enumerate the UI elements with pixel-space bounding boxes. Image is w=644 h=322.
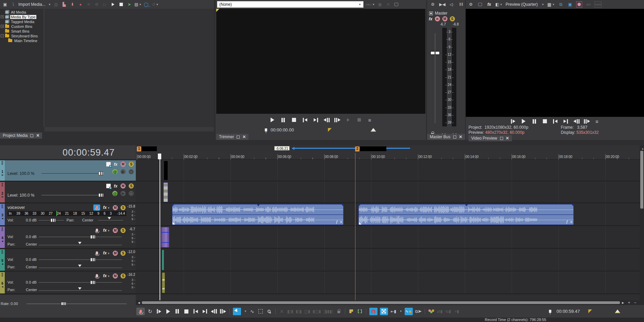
- audio-event-voiceover[interactable]: ƒ≡: [358, 204, 574, 225]
- timeline-timecode-display[interactable]: 00:00:59.47: [62, 147, 115, 158]
- tree-item-smart-bins[interactable]: Smart Bins: [1, 29, 44, 33]
- expander-icon[interactable]: +: [1, 15, 4, 18]
- go-end-button[interactable]: [563, 119, 569, 124]
- track-menu-icon[interactable]: ≡≡: [1, 273, 3, 277]
- video-preview-area[interactable]: [466, 9, 644, 117]
- prev-frame-button[interactable]: [573, 119, 580, 124]
- marker-2[interactable]: 2: [355, 146, 360, 151]
- edit-tool-caret-icon[interactable]: ▼: [244, 310, 247, 313]
- arm-record-button[interactable]: [93, 273, 100, 279]
- track-color-strip[interactable]: ≡≡ 6 ◀: [0, 272, 5, 293]
- track-menu-icon[interactable]: ≡≡: [1, 250, 3, 254]
- pan-slider[interactable]: [98, 220, 123, 220]
- event-menu-icon[interactable]: ≡: [340, 220, 342, 224]
- video-output-fx-icon[interactable]: fx: [486, 1, 492, 7]
- track-color-strip[interactable]: ≡≡ 2 ▤: [0, 182, 5, 202]
- next-frame-button[interactable]: [584, 119, 590, 124]
- trimmer-video-area[interactable]: [216, 9, 425, 114]
- undock-icon[interactable]: [237, 136, 240, 139]
- next-frame-button[interactable]: [220, 309, 226, 314]
- track-motion-icon[interactable]: ◯: [129, 169, 134, 174]
- download-media-icon[interactable]: ⬇: [69, 1, 75, 7]
- cursor-pin-icon[interactable]: [549, 310, 551, 313]
- pan-slider[interactable]: [39, 268, 122, 268]
- vol-value[interactable]: 0.0 dB: [26, 280, 37, 284]
- pan-value[interactable]: Center: [26, 265, 37, 269]
- mute-icon[interactable]: M: [113, 228, 118, 233]
- timeline-hscrollbar[interactable]: ◀ ▶ + −: [136, 300, 640, 305]
- loop-start-icon[interactable]: [328, 128, 332, 132]
- envelope-tool-button[interactable]: ∿: [249, 308, 255, 315]
- insert-marker-button[interactable]: [348, 308, 354, 315]
- track-header[interactable]: fx M SLevel: 100.0 % @ ▶ ◯: [5, 182, 136, 202]
- audio-event-voiceover[interactable]: ƒ≡: [172, 204, 344, 225]
- bypass-motion-icon[interactable]: ▶: [121, 191, 126, 196]
- track-menu-icon[interactable]: ≡≡: [1, 161, 3, 165]
- vol-value[interactable]: 0.0 dB: [26, 235, 37, 239]
- mute-icon[interactable]: M: [113, 251, 118, 256]
- bypass-motion-icon[interactable]: ▶: [121, 169, 126, 174]
- preview-quality-dropdown[interactable]: Preview (Quarter): [505, 2, 538, 7]
- track-header[interactable]: fx▼ M S-6.73 -6 -9 -Vol:0.0 dBPan:Center: [5, 227, 136, 248]
- marker-pin-icon[interactable]: [265, 128, 267, 131]
- transport-timecode[interactable]: 00:00:59.47: [556, 309, 580, 314]
- track-lane[interactable]: [136, 249, 640, 271]
- split-screen-icon[interactable]: ◧▼: [495, 1, 502, 7]
- track-menu-icon[interactable]: ≡≡: [1, 227, 3, 231]
- trimmer-go-end-button[interactable]: [312, 117, 319, 123]
- vol-slider[interactable]: [39, 220, 64, 220]
- track-fx-icon[interactable]: fx▼: [103, 251, 110, 255]
- track-header[interactable]: voiceover fx▼ M S-15.83 -6 -9 -In3936333…: [5, 204, 136, 225]
- track-lane[interactable]: [136, 227, 640, 249]
- pause-button[interactable]: [174, 309, 181, 314]
- tree-item-all-media[interactable]: All Media: [1, 10, 44, 14]
- track-header[interactable]: fx▼ M S-16.23 -6 -9 -Vol:0.0 dBPan:Cente…: [5, 272, 136, 293]
- lock-envelopes-button[interactable]: ∿🔒: [405, 308, 413, 315]
- marker-1[interactable]: 1: [137, 146, 141, 151]
- track-menu-icon[interactable]: ≡≡: [1, 204, 3, 209]
- trimmer-stop-button[interactable]: [291, 117, 297, 123]
- video-event[interactable]: [164, 161, 168, 180]
- arm-record-button[interactable]: [93, 250, 100, 256]
- stop-button[interactable]: [183, 309, 190, 314]
- zoom-edit-tool-button[interactable]: [266, 308, 272, 315]
- preview-quality-caret-icon[interactable]: ▼: [541, 3, 544, 6]
- vol-value[interactable]: 0.0 dB: [26, 257, 37, 262]
- import-media-icon[interactable]: ⤵: [10, 1, 16, 7]
- pan-slider[interactable]: [39, 290, 122, 291]
- close-icon[interactable]: ✕: [36, 133, 39, 138]
- event-fade-handle[interactable]: [359, 222, 362, 225]
- rate-slider[interactable]: [26, 304, 127, 304]
- mute-icon[interactable]: M: [113, 273, 118, 279]
- arm-record-button[interactable]: [93, 227, 100, 233]
- vol-slider[interactable]: [39, 237, 122, 237]
- level-slider[interactable]: [41, 195, 103, 195]
- video-event[interactable]: [163, 182, 168, 202]
- close-icon[interactable]: ✕: [242, 135, 246, 139]
- close-icon[interactable]: ✕: [506, 136, 509, 141]
- track-color-strip[interactable]: ≡≡ 5 ◀: [0, 249, 5, 271]
- track-lane[interactable]: [136, 160, 640, 181]
- track-name[interactable]: voiceover: [7, 205, 25, 210]
- tree-item-custom-bins[interactable]: +Custom Bins: [1, 24, 44, 29]
- track-color-strip[interactable]: ≡≡ 4 ◀: [0, 227, 5, 248]
- trimmer-pause-button[interactable]: [280, 117, 287, 123]
- downmix-icon[interactable]: ◁↓: [449, 1, 455, 7]
- preview-stop-icon[interactable]: [118, 1, 124, 7]
- trimmer-media-combobox[interactable]: (None) ▼: [217, 1, 364, 8]
- save-snapshot-icon[interactable]: ▣: [567, 1, 573, 7]
- track-fx-icon[interactable]: fx: [114, 162, 117, 167]
- pan-value[interactable]: Center: [26, 242, 37, 246]
- import-media-button[interactable]: Import Media...: [18, 2, 45, 7]
- audio-event-group[interactable]: [161, 227, 169, 248]
- automation-settings-icon[interactable]: @: [112, 191, 117, 196]
- play-from-start-button[interactable]: [510, 119, 517, 124]
- pan-slider[interactable]: [39, 245, 122, 245]
- solo-icon[interactable]: S: [129, 162, 134, 167]
- mute-icon[interactable]: M: [113, 205, 118, 210]
- expander-icon[interactable]: −: [1, 34, 4, 37]
- event-fx-icon[interactable]: ƒ: [566, 220, 568, 224]
- import-media-caret-icon[interactable]: ▼: [48, 3, 51, 6]
- arm-record-button[interactable]: [93, 204, 100, 211]
- expander-icon[interactable]: +: [1, 25, 4, 28]
